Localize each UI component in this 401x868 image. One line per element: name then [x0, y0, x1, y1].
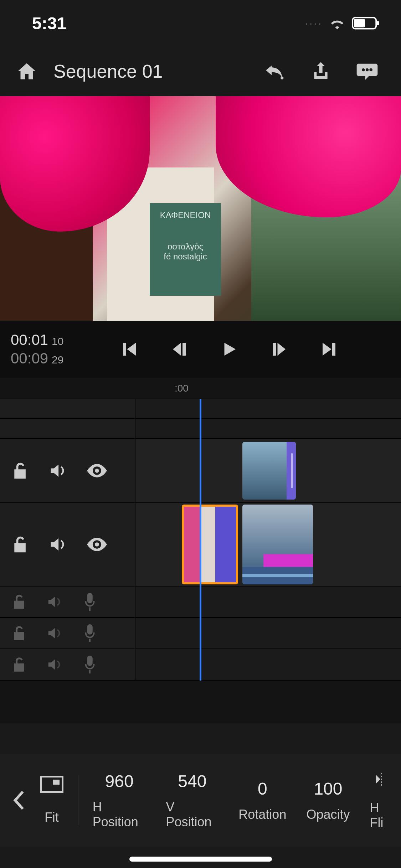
current-timecode: 00:01: [11, 331, 48, 348]
h-position-label: H Position: [93, 800, 146, 830]
sign-line1: ΚΑΦΕΝΕΙΟΝ: [153, 210, 217, 220]
properties-bar[interactable]: Fit 960 H Position 540 V Position 0 Rota…: [0, 754, 401, 847]
sequence-title[interactable]: Sequence 01: [53, 61, 248, 82]
v-position-value: 540: [178, 771, 206, 791]
mic-icon[interactable]: [83, 624, 97, 643]
eye-icon[interactable]: [87, 537, 107, 552]
timecode-display[interactable]: 00:0110 00:0929: [11, 331, 103, 367]
go-to-end-button[interactable]: [317, 337, 341, 362]
svg-point-11: [95, 469, 99, 473]
battery-icon: [352, 16, 380, 30]
rotation-value: 0: [258, 779, 267, 799]
svg-rect-13: [87, 593, 92, 603]
display-mode-icon: [40, 776, 63, 793]
speaker-icon[interactable]: [46, 657, 63, 672]
track-spacer-2: [0, 419, 401, 439]
status-time: 5:31: [32, 14, 66, 33]
cellular-dots: ····: [305, 17, 323, 29]
duration-timecode: 00:09: [11, 350, 48, 367]
v-position-control[interactable]: 540 V Position: [156, 771, 228, 830]
display-mode-label: Fit: [45, 810, 59, 825]
go-to-start-button[interactable]: [117, 337, 142, 362]
video-preview[interactable]: ΚΑΦΕΝΕΙΟΝ οσταλγός fé nostalgic: [0, 96, 401, 321]
lock-icon[interactable]: [12, 594, 26, 610]
playback-bar: 00:0110 00:0929: [0, 321, 401, 378]
svg-point-5: [366, 68, 369, 72]
share-button[interactable]: [308, 59, 333, 84]
h-flip-control[interactable]: H Fli: [360, 771, 394, 830]
speaker-icon[interactable]: [48, 463, 67, 479]
comment-button[interactable]: [355, 59, 380, 84]
audio-track-3[interactable]: [0, 649, 401, 681]
home-indicator[interactable]: [129, 857, 272, 862]
svg-rect-2: [377, 21, 379, 25]
display-mode-control[interactable]: Fit: [30, 776, 73, 825]
svg-rect-15: [87, 656, 92, 666]
clip-v1-2[interactable]: [242, 505, 313, 584]
lock-icon[interactable]: [12, 625, 26, 641]
preview-sign: ΚΑΦΕΝΕΙΟΝ οσταλγός fé nostalgic: [150, 203, 221, 296]
divider: [78, 775, 78, 825]
mic-icon[interactable]: [83, 655, 97, 674]
status-bar: 5:31 ····: [0, 0, 401, 46]
h-position-value: 960: [105, 771, 134, 791]
svg-rect-8: [182, 343, 186, 356]
svg-point-4: [362, 68, 365, 72]
ruler-tick-label: :00: [175, 383, 189, 394]
rotation-label: Rotation: [238, 807, 286, 822]
lock-icon[interactable]: [12, 656, 26, 673]
opacity-control[interactable]: 100 Opacity: [296, 779, 360, 822]
play-button[interactable]: [217, 337, 242, 362]
home-button[interactable]: [14, 59, 39, 84]
h-flip-label: H Fli: [370, 800, 394, 830]
audio-track-2[interactable]: [0, 618, 401, 649]
clip-v1-1-selected[interactable]: [182, 505, 238, 584]
current-frames: 10: [52, 335, 63, 347]
svg-point-6: [369, 68, 372, 72]
svg-rect-9: [273, 343, 276, 356]
clip-handle[interactable]: [287, 442, 296, 500]
svg-rect-14: [87, 624, 92, 635]
undo-button[interactable]: [262, 59, 287, 84]
svg-rect-10: [332, 343, 335, 356]
lock-icon[interactable]: [12, 535, 29, 554]
speaker-icon[interactable]: [46, 595, 63, 609]
sign-line2: οσταλγός: [153, 242, 217, 252]
step-back-button[interactable]: [167, 337, 192, 362]
audio-track-1[interactable]: [0, 587, 401, 618]
svg-point-12: [95, 542, 99, 547]
track-spacer-1: [0, 399, 401, 419]
svg-point-3: [281, 77, 283, 79]
app-header: Sequence 01: [0, 46, 401, 96]
svg-rect-1: [354, 19, 365, 27]
timeline-ruler[interactable]: :00: [0, 378, 401, 399]
clip-v2-1[interactable]: [242, 442, 296, 500]
properties-back-button[interactable]: [7, 790, 30, 811]
wifi-icon: [329, 17, 345, 30]
v-position-label: V Position: [166, 800, 219, 830]
step-forward-button[interactable]: [267, 337, 292, 362]
h-position-control[interactable]: 960 H Position: [83, 771, 156, 830]
video-track-1[interactable]: [0, 503, 401, 587]
opacity-value: 100: [314, 779, 342, 799]
mic-icon[interactable]: [83, 592, 97, 611]
timeline[interactable]: :00: [0, 378, 401, 723]
rotation-control[interactable]: 0 Rotation: [228, 779, 296, 822]
video-track-2[interactable]: [0, 439, 401, 503]
opacity-label: Opacity: [306, 807, 350, 822]
speaker-icon[interactable]: [48, 536, 67, 553]
speaker-icon[interactable]: [46, 626, 63, 640]
eye-icon[interactable]: [87, 464, 107, 478]
duration-frames: 29: [52, 354, 63, 366]
lock-icon[interactable]: [12, 461, 29, 480]
sign-line3: fé nostalgic: [153, 252, 217, 262]
svg-rect-7: [123, 343, 126, 356]
h-flip-icon: [373, 771, 390, 792]
